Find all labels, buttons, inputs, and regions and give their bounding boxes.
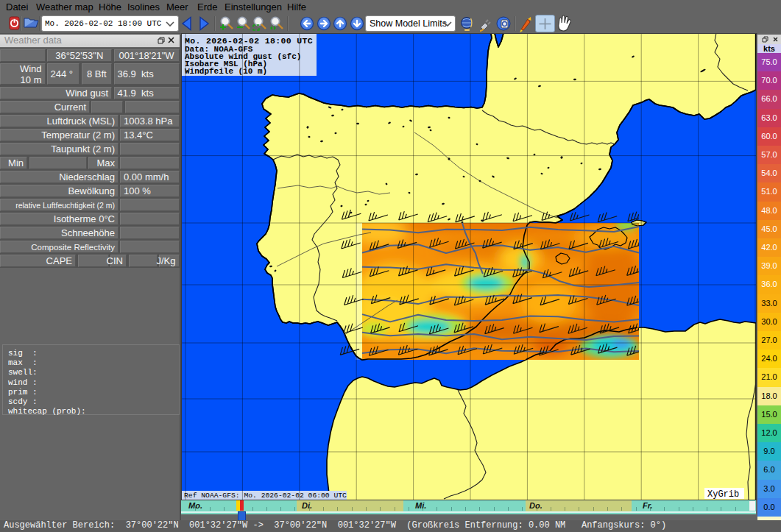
svg-text:XyGrib: XyGrib (707, 489, 739, 500)
svg-text:Ref NOAA-GFS: Mo. 2026-02-02 0: Ref NOAA-GFS: Mo. 2026-02-02 06:00 UTC (184, 492, 347, 500)
svg-text:Windpfeile (10 m): Windpfeile (10 m) (185, 67, 267, 76)
